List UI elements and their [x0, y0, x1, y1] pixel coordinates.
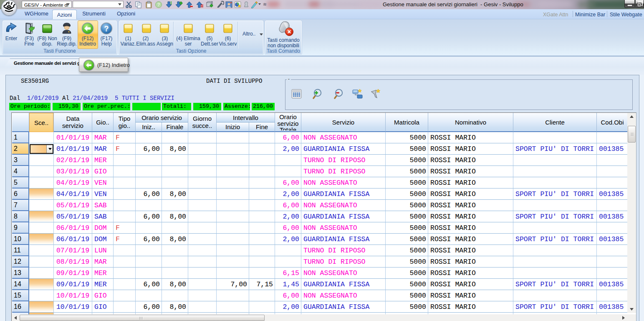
svg-text:?: ? [157, 2, 160, 7]
svg-text:?: ? [104, 25, 109, 33]
